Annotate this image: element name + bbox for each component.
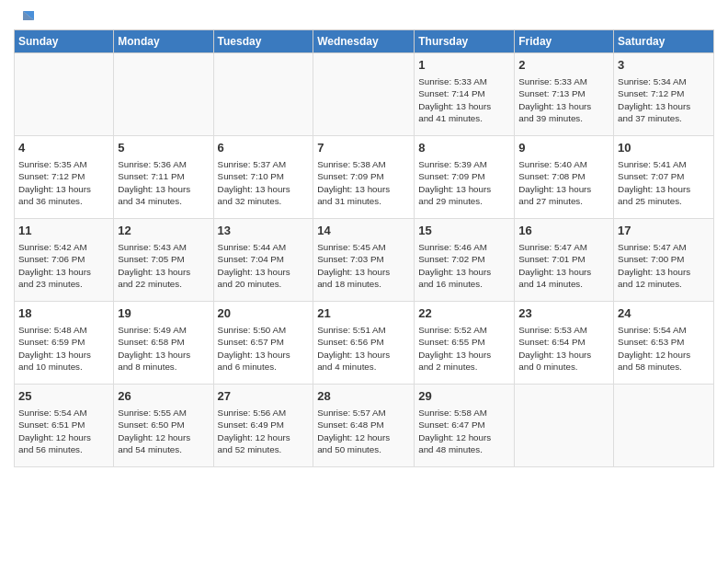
day-number: 23 bbox=[518, 305, 609, 322]
cell-line: Sunrise: 5:35 AM bbox=[18, 159, 87, 169]
cell-line: and 37 minutes. bbox=[618, 113, 682, 123]
cell-content: Sunrise: 5:36 AMSunset: 7:11 PMDaylight:… bbox=[118, 158, 209, 207]
day-number: 26 bbox=[118, 388, 209, 405]
cell-line: and 41 minutes. bbox=[418, 113, 483, 123]
cell-line: and 29 minutes. bbox=[418, 196, 483, 206]
cell-line: and 2 minutes. bbox=[418, 362, 477, 372]
cell-line: Sunrise: 5:44 AM bbox=[218, 242, 287, 252]
cell-content: Sunrise: 5:45 AMSunset: 7:03 PMDaylight:… bbox=[317, 241, 410, 290]
day-number: 13 bbox=[218, 223, 310, 239]
day-number: 7 bbox=[317, 140, 410, 156]
calendar-cell: 17Sunrise: 5:47 AMSunset: 7:00 PMDayligh… bbox=[614, 219, 714, 302]
cell-line: Daylight: 13 hours bbox=[518, 101, 591, 111]
cell-line: Daylight: 13 hours bbox=[317, 350, 390, 360]
cell-line: Daylight: 13 hours bbox=[218, 350, 290, 360]
cell-line: Daylight: 13 hours bbox=[418, 350, 491, 360]
day-number: 18 bbox=[18, 305, 109, 322]
calendar-cell: 8Sunrise: 5:39 AMSunset: 7:09 PMDaylight… bbox=[415, 136, 515, 219]
cell-line: Sunrise: 5:47 AM bbox=[618, 242, 687, 252]
cell-line: and 34 minutes. bbox=[118, 196, 182, 206]
cell-line: and 25 minutes. bbox=[618, 196, 682, 206]
cell-line: Sunset: 6:57 PM bbox=[218, 337, 284, 347]
cell-line: and 27 minutes. bbox=[518, 196, 583, 206]
cell-line: and 54 minutes. bbox=[118, 444, 182, 454]
calendar-cell: 29Sunrise: 5:58 AMSunset: 6:47 PMDayligh… bbox=[415, 385, 515, 467]
cell-line: Daylight: 13 hours bbox=[218, 267, 290, 277]
logo bbox=[14, 9, 36, 24]
calendar-cell: 27Sunrise: 5:56 AMSunset: 6:49 PMDayligh… bbox=[213, 385, 313, 467]
cell-content: Sunrise: 5:42 AMSunset: 7:06 PMDaylight:… bbox=[18, 241, 109, 290]
day-number: 28 bbox=[317, 388, 410, 405]
day-number: 20 bbox=[218, 305, 310, 322]
cell-line: Sunrise: 5:36 AM bbox=[118, 159, 187, 169]
cell-line: Sunset: 6:58 PM bbox=[118, 337, 184, 347]
cell-line: Daylight: 12 hours bbox=[218, 432, 290, 442]
cell-line: Sunset: 7:04 PM bbox=[218, 254, 284, 264]
cell-line: Sunrise: 5:58 AM bbox=[418, 408, 487, 418]
cell-content: Sunrise: 5:38 AMSunset: 7:09 PMDaylight:… bbox=[317, 158, 410, 207]
calendar-cell: 13Sunrise: 5:44 AMSunset: 7:04 PMDayligh… bbox=[213, 219, 313, 302]
day-number: 11 bbox=[18, 223, 109, 239]
cell-line: and 36 minutes. bbox=[18, 196, 83, 206]
cell-content: Sunrise: 5:46 AMSunset: 7:02 PMDaylight:… bbox=[418, 241, 510, 290]
cell-line: Daylight: 13 hours bbox=[518, 184, 591, 194]
cell-line: and 16 minutes. bbox=[418, 279, 483, 289]
cell-line: Sunset: 6:48 PM bbox=[317, 419, 383, 430]
header-tuesday: Tuesday bbox=[213, 30, 313, 53]
cell-line: and 58 minutes. bbox=[618, 362, 682, 372]
cell-content: Sunrise: 5:39 AMSunset: 7:09 PMDaylight:… bbox=[418, 158, 510, 207]
calendar-cell: 20Sunrise: 5:50 AMSunset: 6:57 PMDayligh… bbox=[213, 302, 313, 385]
cell-line: Sunset: 7:07 PM bbox=[618, 171, 684, 181]
cell-line: Sunset: 7:10 PM bbox=[218, 171, 284, 181]
calendar-cell: 18Sunrise: 5:48 AMSunset: 6:59 PMDayligh… bbox=[15, 302, 114, 385]
cell-line: Daylight: 13 hours bbox=[18, 267, 91, 277]
cell-content: Sunrise: 5:41 AMSunset: 7:07 PMDaylight:… bbox=[618, 158, 710, 207]
cell-line: and 0 minutes. bbox=[518, 362, 577, 372]
calendar-cell: 21Sunrise: 5:51 AMSunset: 6:56 PMDayligh… bbox=[313, 302, 415, 385]
day-number: 12 bbox=[118, 223, 209, 239]
calendar-cell: 14Sunrise: 5:45 AMSunset: 7:03 PMDayligh… bbox=[313, 219, 415, 302]
calendar-cell: 11Sunrise: 5:42 AMSunset: 7:06 PMDayligh… bbox=[15, 219, 114, 302]
cell-line: Sunset: 6:55 PM bbox=[418, 337, 484, 347]
cell-line: Daylight: 13 hours bbox=[118, 184, 190, 194]
cell-line: Daylight: 13 hours bbox=[618, 184, 690, 194]
calendar-cell bbox=[614, 385, 714, 467]
calendar-table: SundayMondayTuesdayWednesdayThursdayFrid… bbox=[14, 29, 714, 467]
cell-line: Sunset: 7:03 PM bbox=[317, 254, 383, 264]
cell-line: Daylight: 13 hours bbox=[18, 184, 91, 194]
cell-line: Daylight: 13 hours bbox=[618, 101, 690, 111]
cell-line: Sunset: 7:12 PM bbox=[618, 88, 684, 98]
calendar-header-row: SundayMondayTuesdayWednesdayThursdayFrid… bbox=[15, 30, 714, 53]
cell-line: Sunset: 7:12 PM bbox=[18, 171, 85, 181]
cell-content: Sunrise: 5:51 AMSunset: 6:56 PMDaylight:… bbox=[317, 324, 410, 373]
cell-line: Sunrise: 5:39 AM bbox=[418, 159, 487, 169]
day-number: 15 bbox=[418, 223, 510, 239]
cell-content: Sunrise: 5:37 AMSunset: 7:10 PMDaylight:… bbox=[218, 158, 310, 207]
cell-line: Daylight: 13 hours bbox=[518, 267, 591, 277]
cell-line: and 10 minutes. bbox=[18, 362, 83, 372]
cell-line: Sunrise: 5:53 AM bbox=[518, 325, 587, 335]
day-number: 17 bbox=[618, 223, 710, 239]
cell-line: Sunset: 7:01 PM bbox=[518, 254, 585, 264]
calendar-cell: 6Sunrise: 5:37 AMSunset: 7:10 PMDaylight… bbox=[213, 136, 313, 219]
cell-content: Sunrise: 5:52 AMSunset: 6:55 PMDaylight:… bbox=[418, 324, 510, 373]
cell-line: Sunset: 7:09 PM bbox=[317, 171, 383, 181]
cell-line: Sunset: 7:05 PM bbox=[118, 254, 184, 264]
cell-content: Sunrise: 5:43 AMSunset: 7:05 PMDaylight:… bbox=[118, 241, 209, 290]
cell-content: Sunrise: 5:48 AMSunset: 6:59 PMDaylight:… bbox=[18, 324, 109, 373]
week-row-3: 11Sunrise: 5:42 AMSunset: 7:06 PMDayligh… bbox=[15, 219, 714, 302]
cell-line: and 32 minutes. bbox=[218, 196, 282, 206]
cell-content: Sunrise: 5:54 AMSunset: 6:51 PMDaylight:… bbox=[18, 407, 109, 455]
cell-line: and 48 minutes. bbox=[418, 444, 483, 454]
calendar-cell: 9Sunrise: 5:40 AMSunset: 7:08 PMDaylight… bbox=[515, 136, 614, 219]
cell-content: Sunrise: 5:49 AMSunset: 6:58 PMDaylight:… bbox=[118, 324, 209, 373]
calendar-body: 1Sunrise: 5:33 AMSunset: 7:14 PMDaylight… bbox=[15, 53, 714, 467]
cell-line: Sunset: 7:08 PM bbox=[518, 171, 585, 181]
cell-line: Sunrise: 5:54 AM bbox=[18, 408, 87, 418]
cell-line: Sunrise: 5:38 AM bbox=[317, 159, 386, 169]
header-friday: Friday bbox=[515, 30, 614, 53]
calendar-cell: 19Sunrise: 5:49 AMSunset: 6:58 PMDayligh… bbox=[114, 302, 213, 385]
cell-line: Daylight: 12 hours bbox=[618, 350, 690, 360]
cell-content: Sunrise: 5:33 AMSunset: 7:13 PMDaylight:… bbox=[518, 75, 609, 124]
day-number: 24 bbox=[618, 305, 710, 322]
